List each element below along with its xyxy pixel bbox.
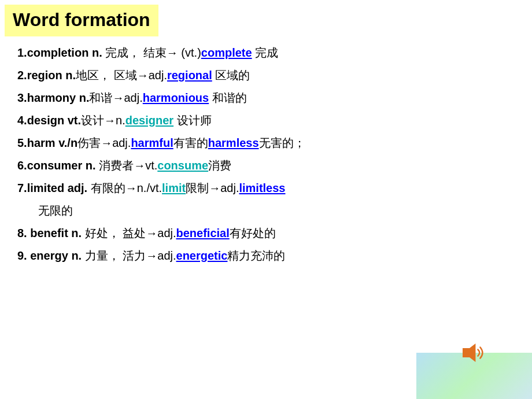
entry-word: harmony n. — [27, 91, 90, 104]
entry-word: energy n. — [27, 249, 82, 262]
list-item: 2.region n.地区， 区域→adj.regional 区域的 — [17, 65, 520, 86]
entry-num: 3. — [17, 91, 27, 104]
entry-answer: harmonious — [143, 91, 209, 104]
entry-answer: regional — [167, 69, 212, 82]
list-item: 1.completion n. 完成， 结束→ (vt.)complete 完成 — [17, 42, 520, 64]
entry-word: region n. — [27, 69, 76, 82]
entry-zh: 消费者→vt. — [96, 159, 158, 172]
entry-num: 6. — [17, 159, 27, 172]
entry-after: 消费 — [208, 159, 231, 172]
title-bar: Word formation — [5, 5, 158, 36]
entry-word: harm v./n — [27, 136, 77, 149]
entry-answer: energetic — [176, 249, 228, 262]
entry-word: limited adj. — [27, 182, 87, 194]
entry-num: 8. — [17, 227, 27, 239]
entry-answer: complete — [201, 46, 252, 59]
entry-zh: 伤害→adj. — [77, 136, 131, 149]
speaker-icon[interactable] — [458, 341, 486, 364]
entry-zh: 设计→n. — [81, 114, 125, 127]
entry-answer: designer — [125, 114, 173, 127]
content-area: 1.completion n. 完成， 结束→ (vt.)complete 完成… — [0, 36, 532, 274]
page-title: Word formation — [13, 9, 150, 30]
entry-num: 5. — [17, 136, 27, 149]
list-item: 5.harm v./n伤害→adj.harmful有害的harmless无害的； — [17, 132, 520, 154]
entry-word: design vt. — [27, 114, 81, 127]
entry-after: 有好处的 — [230, 227, 276, 239]
entry-after: 精力充沛的 — [227, 249, 285, 262]
entry-answer: consume — [157, 159, 208, 172]
svg-marker-0 — [463, 343, 475, 362]
entry-after: 设计师 — [173, 114, 212, 127]
entry-word: consumer n. — [27, 159, 96, 172]
entry-answer: beneficial — [176, 227, 230, 239]
entry-zh: 有限的→n./vt. — [87, 182, 162, 194]
list-item: 3.harmony n.和谐→adj.harmonious 和谐的 — [17, 87, 520, 109]
list-item: 9. energy n. 力量， 活力→adj.energetic精力充沛的 — [17, 245, 520, 267]
entry-after: 区域的 — [212, 69, 250, 82]
list-item: 7.limited adj. 有限的→n./vt.limit限制→adj.lim… — [17, 178, 520, 199]
entry-after2: 无害的； — [259, 136, 305, 149]
entry-zh: 好处， 益处→adj. — [82, 227, 176, 239]
entry-after: 和谐的 — [209, 91, 247, 104]
entry-zh: 和谐→adj. — [89, 91, 142, 104]
entry-answer2: harmless — [208, 136, 259, 149]
entry-after: 限制→adj. — [186, 182, 239, 194]
entry-after: 完成 — [252, 46, 279, 59]
entry-zh: 力量， 活力→adj. — [82, 249, 176, 262]
entry-num: 7. — [17, 182, 27, 194]
entry-zh: 地区， 区域→adj. — [76, 69, 167, 82]
entry-num: 4. — [17, 114, 27, 127]
entry-word: benefit n. — [27, 227, 82, 239]
entry-after: 有害的 — [173, 136, 208, 149]
list-item: 8. benefit n. 好处， 益处→adj.beneficial有好处的 — [17, 223, 520, 244]
list-item-continuation: 无限的 — [17, 200, 520, 221]
entry-zh: 完成， 结束→ (vt.) — [102, 46, 201, 59]
entry-answer2: limitless — [239, 182, 285, 194]
entry-num: 1. — [17, 46, 27, 59]
list-item: 4.design vt.设计→n.designer 设计师 — [17, 110, 520, 131]
entry-zh-cont: 无限的 — [38, 204, 73, 217]
entry-answer: harmful — [131, 136, 173, 149]
entry-answer: limit — [162, 182, 186, 194]
entry-num: 9. — [17, 249, 27, 262]
list-item: 6.consumer n. 消费者→vt.consume消费 — [17, 155, 520, 176]
entry-num: 2. — [17, 69, 27, 82]
entry-word: completion n. — [27, 46, 102, 59]
